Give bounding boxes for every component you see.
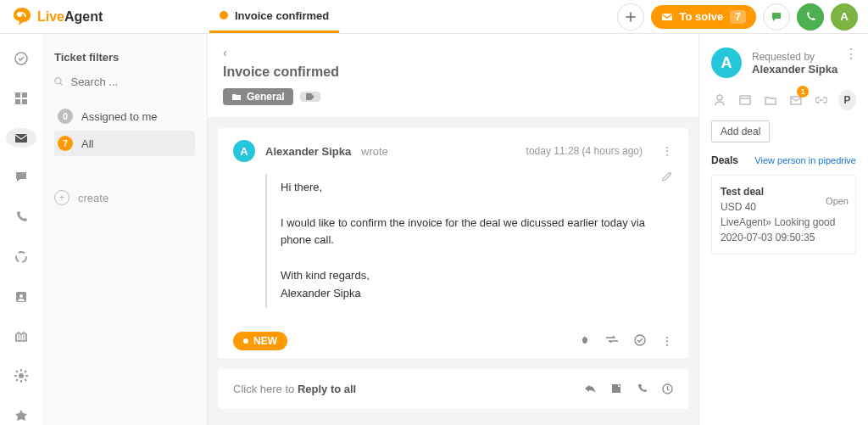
new-status-pill[interactable]: NEW xyxy=(233,332,287,350)
link-icon xyxy=(815,97,827,103)
tag-plus-icon xyxy=(306,93,314,100)
nav-grid[interactable] xyxy=(6,89,36,109)
logo[interactable]: LiveAgent xyxy=(10,5,209,29)
svg-rect-7 xyxy=(15,134,27,143)
nav-rail xyxy=(0,34,42,425)
message-body: Hi there, I would like to confirm the in… xyxy=(218,174,688,323)
back-button[interactable]: ‹ xyxy=(223,46,227,59)
reply-text: Click here to Reply to all xyxy=(233,383,356,395)
nav-star[interactable] xyxy=(6,405,36,425)
svg-rect-4 xyxy=(22,92,27,98)
panel-more-button[interactable]: ⋮ xyxy=(844,46,858,62)
note-button[interactable] xyxy=(611,383,621,394)
nav-loading[interactable] xyxy=(6,248,36,267)
fire-button[interactable] xyxy=(578,334,590,348)
svg-point-10 xyxy=(19,294,23,298)
envelope-icon xyxy=(14,131,29,146)
filter-count-badge: 0 xyxy=(58,109,73,124)
msg-signature: Alexander Sipka xyxy=(281,285,673,303)
details-panel: ⋮ A Requested by Alexander Sipka 1 P Add… xyxy=(698,34,868,425)
filter-label: Assigned to me xyxy=(81,110,158,123)
chat-button[interactable] xyxy=(763,3,790,31)
schedule-button[interactable] xyxy=(662,383,673,394)
filter-count-badge: 7 xyxy=(58,136,73,151)
transfer-button[interactable] xyxy=(605,334,619,348)
pipedrive-tab[interactable]: P xyxy=(838,90,856,110)
nav-tickets[interactable] xyxy=(6,128,36,148)
edit-message-button[interactable] xyxy=(661,171,673,182)
filter-all[interactable]: 7 All xyxy=(54,131,195,156)
plus-icon xyxy=(624,10,637,24)
nav-reports[interactable] xyxy=(6,327,36,346)
nav-dashboard[interactable] xyxy=(6,49,36,69)
deal-org-status: LiveAgent» Looking good xyxy=(721,215,847,230)
phone-icon xyxy=(14,210,28,224)
add-deal-button[interactable]: Add deal xyxy=(711,120,770,143)
logo-text: LiveAgent xyxy=(37,9,103,25)
reply-icon xyxy=(584,383,596,394)
mail-tab[interactable]: 1 xyxy=(787,91,804,109)
reply-actions xyxy=(584,383,673,394)
to-solve-label: To solve xyxy=(680,10,724,23)
author-name: Alexander Sipka xyxy=(265,145,351,158)
requester-info: Requested by Alexander Sipka xyxy=(752,51,837,75)
message-text: Hi there, I would like to confirm the in… xyxy=(265,174,673,308)
check-icon xyxy=(634,334,646,346)
create-filter[interactable]: + create xyxy=(54,190,195,205)
tab-invoice-confirmed[interactable]: Invoice confirmed xyxy=(209,0,339,33)
requester-avatar: A xyxy=(711,48,742,78)
nav-calls[interactable] xyxy=(6,208,36,227)
view-in-pipedrive-link[interactable]: View person in pipedrive xyxy=(754,155,856,165)
tag-label: General xyxy=(247,91,285,103)
author-avatar: A xyxy=(233,140,255,162)
filter-label: All xyxy=(81,137,93,150)
pencil-icon xyxy=(661,171,673,182)
contact-tab[interactable] xyxy=(711,91,727,109)
reply-row[interactable]: Click here to Reply to all xyxy=(218,369,688,409)
window-tab[interactable] xyxy=(737,91,753,109)
call-button[interactable] xyxy=(637,383,647,394)
deal-card[interactable]: Test deal USD 40 LiveAgent» Looking good… xyxy=(711,175,856,254)
main-layout: Ticket filters 0 Assigned to me 7 All + … xyxy=(0,34,868,425)
svg-rect-1 xyxy=(662,14,672,20)
msg-greeting: Hi there, xyxy=(281,179,673,197)
more-button[interactable]: ⋮ xyxy=(661,334,673,348)
deals-title: Deals xyxy=(711,154,738,166)
header-actions: To solve 7 A xyxy=(617,3,858,31)
folder-icon xyxy=(231,92,242,101)
reply-button[interactable] xyxy=(584,383,596,394)
deal-date: 2020-07-03 09:50:35 xyxy=(721,230,847,245)
folder-tab[interactable] xyxy=(762,91,778,109)
svg-point-11 xyxy=(19,373,24,378)
person-icon xyxy=(713,93,726,107)
status-dot-icon xyxy=(220,11,228,20)
spinner-icon xyxy=(14,250,28,264)
link-tab[interactable] xyxy=(813,91,829,109)
add-tag-button[interactable] xyxy=(300,92,320,102)
nav-chats[interactable] xyxy=(6,168,36,187)
filter-assigned-to-me[interactable]: 0 Assigned to me xyxy=(54,103,195,129)
to-solve-button[interactable]: To solve 7 xyxy=(651,5,756,29)
to-solve-count: 7 xyxy=(730,10,746,24)
search-input[interactable] xyxy=(70,75,195,88)
call-button[interactable] xyxy=(797,3,824,31)
deals-header: Deals View person in pipedrive xyxy=(711,154,856,166)
message-menu[interactable]: ⋮ xyxy=(661,144,673,158)
svg-point-13 xyxy=(635,335,645,345)
note-icon xyxy=(611,383,621,394)
contacts-icon xyxy=(14,290,28,304)
create-label: create xyxy=(78,192,108,204)
user-avatar[interactable]: A xyxy=(831,3,858,31)
resolve-button[interactable] xyxy=(634,334,646,348)
nav-contacts[interactable] xyxy=(6,287,36,306)
tag-row: General xyxy=(223,88,683,105)
phone-icon xyxy=(637,383,647,394)
folder-icon xyxy=(765,95,776,105)
svg-rect-3 xyxy=(15,92,20,98)
msg-body-text: I would like to confirm the invoice for … xyxy=(281,215,673,250)
notification-badge: 1 xyxy=(797,86,809,98)
tag-general[interactable]: General xyxy=(223,88,293,105)
add-button[interactable] xyxy=(617,3,644,31)
nav-settings[interactable] xyxy=(6,366,36,386)
grid-icon xyxy=(14,92,28,105)
